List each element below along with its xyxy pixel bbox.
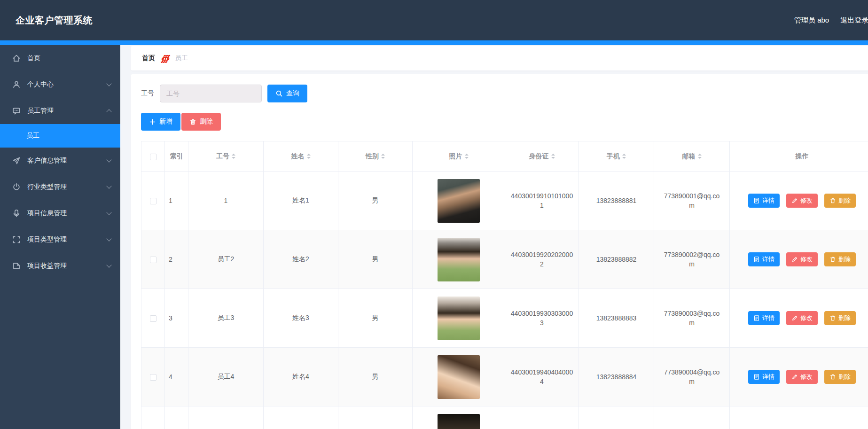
edit-button[interactable]: 修改: [786, 370, 818, 384]
cell-photo: [413, 230, 505, 289]
table-header-row: 索引 工号 姓名 性别 照片 身份证 手机 邮箱 操作: [141, 141, 868, 172]
edit-button[interactable]: 修改: [786, 252, 818, 266]
detail-button[interactable]: 详情: [748, 370, 780, 384]
cell-photo: [413, 172, 505, 230]
cell-name: 姓名1: [264, 172, 338, 230]
cell-gender: [338, 406, 413, 429]
detail-button[interactable]: 详情: [748, 194, 780, 208]
sidebar-item-industry-type[interactable]: 行业类型管理: [0, 174, 120, 200]
main-content: 首页 ∰ 员工 工号 查询: [120, 45, 868, 429]
row-delete-button[interactable]: 删除: [824, 252, 856, 266]
sidebar-item-label: 员工管理: [27, 107, 107, 115]
cell-photo: [413, 289, 505, 348]
cell-email: 773890004@qq.com: [654, 348, 730, 406]
add-button[interactable]: 新增: [141, 113, 180, 131]
cell-phone: 13823888882: [579, 230, 654, 289]
sort-icon[interactable]: [465, 154, 469, 159]
cell-idcard: 440300199404040004: [505, 348, 579, 406]
detail-button[interactable]: 详情: [748, 311, 780, 325]
edit-button[interactable]: 修改: [786, 311, 818, 325]
cell-gender: 男: [338, 230, 413, 289]
sort-icon[interactable]: [551, 154, 555, 159]
sidebar-item-home[interactable]: 首页: [0, 45, 120, 71]
edit-button[interactable]: 修改: [786, 194, 818, 208]
app-title: 企业客户管理系统: [16, 14, 93, 27]
sort-icon[interactable]: [307, 154, 311, 159]
cell-email: 773890001@qq.com: [654, 172, 730, 230]
empno-input[interactable]: [160, 85, 262, 102]
chat-icon: [12, 107, 21, 115]
cell-actions: 详情 修改 删除: [730, 230, 868, 289]
cell-phone: [579, 406, 654, 429]
col-header-index: 索引: [165, 141, 188, 172]
sort-icon[interactable]: [698, 154, 702, 159]
scan-icon: [12, 235, 21, 244]
cell-email: 773890003@qq.com: [654, 289, 730, 348]
sidebar-subitem-employee[interactable]: 员工: [0, 124, 120, 148]
cell-name: [264, 406, 338, 429]
table-toolbar: 新增 删除: [141, 113, 868, 131]
sidebar-item-project-info[interactable]: 项目信息管理: [0, 200, 120, 226]
detail-button[interactable]: 详情: [748, 252, 780, 266]
empno-label: 工号: [141, 89, 154, 98]
col-header-idcard[interactable]: 身份证: [505, 141, 579, 172]
cell-photo: [413, 348, 505, 406]
col-header-gender[interactable]: 性别: [338, 141, 413, 172]
cell-empno: [188, 406, 264, 429]
col-header-name[interactable]: 姓名: [264, 141, 338, 172]
row-checkbox[interactable]: [150, 315, 156, 322]
sidebar-item-employee-mgmt[interactable]: 员工管理: [0, 98, 120, 124]
search-icon: [275, 90, 283, 97]
sidebar-item-label: 项目收益管理: [27, 262, 107, 270]
col-header-actions: 操作: [730, 141, 868, 172]
employee-photo: [438, 296, 480, 340]
logout-link[interactable]: 退出登录: [840, 16, 868, 25]
cell-phone: 13823888883: [579, 289, 654, 348]
cell-index: [165, 406, 188, 429]
bulk-delete-button[interactable]: 删除: [181, 113, 221, 131]
query-button[interactable]: 查询: [267, 85, 307, 102]
chevron-down-icon: [106, 210, 111, 215]
cell-idcard: 440300199101010001: [505, 172, 579, 230]
row-delete-button[interactable]: 删除: [824, 370, 856, 384]
sidebar-item-profile[interactable]: 个人中心: [0, 71, 120, 98]
col-header-phone[interactable]: 手机: [579, 141, 654, 172]
cell-empno: 员工2: [188, 230, 264, 289]
cell-name: 姓名3: [264, 289, 338, 348]
sidebar-item-project-income[interactable]: 项目收益管理: [0, 253, 120, 279]
select-all-checkbox[interactable]: [150, 154, 156, 160]
col-header-photo[interactable]: 照片: [413, 141, 505, 172]
breadcrumb: 首页 ∰ 员工: [131, 46, 868, 70]
sidebar-item-label: 项目信息管理: [27, 209, 107, 218]
sidebar-item-customer-info[interactable]: 客户信息管理: [0, 148, 120, 174]
row-delete-button[interactable]: 删除: [824, 311, 856, 325]
current-user[interactable]: 管理员 abo: [794, 16, 829, 25]
employee-photo: [438, 179, 480, 223]
cell-gender: 男: [338, 289, 413, 348]
sort-icon[interactable]: [622, 154, 626, 159]
sort-icon[interactable]: [381, 154, 385, 159]
cell-name: 姓名4: [264, 348, 338, 406]
cell-index: 2: [165, 230, 188, 289]
row-checkbox[interactable]: [150, 257, 156, 263]
plus-icon: [149, 118, 156, 125]
breadcrumb-home[interactable]: 首页: [142, 54, 155, 62]
cell-idcard: 440300199303030003: [505, 289, 579, 348]
sort-icon[interactable]: [232, 154, 235, 159]
row-checkbox[interactable]: [150, 198, 156, 204]
row-delete-button[interactable]: 删除: [824, 194, 856, 208]
sidebar-item-project-type[interactable]: 项目类型管理: [0, 226, 120, 253]
sidebar-item-label: 客户信息管理: [27, 156, 107, 165]
cell-empno: 员工4: [188, 348, 264, 406]
row-checkbox[interactable]: [150, 374, 156, 381]
top-navbar: 企业客户管理系统 管理员 abo 退出登录: [0, 0, 868, 40]
sidebar-subitem-label: 员工: [26, 132, 39, 140]
search-bar: 工号 查询: [141, 85, 868, 102]
cell-empno: 员工3: [188, 289, 264, 348]
send-icon: [12, 156, 21, 165]
cell-idcard: [505, 406, 579, 429]
col-header-email[interactable]: 邮箱: [654, 141, 730, 172]
sidebar-item-label: 项目类型管理: [27, 235, 107, 244]
chevron-up-icon: [106, 109, 111, 114]
col-header-empno[interactable]: 工号: [188, 141, 264, 172]
